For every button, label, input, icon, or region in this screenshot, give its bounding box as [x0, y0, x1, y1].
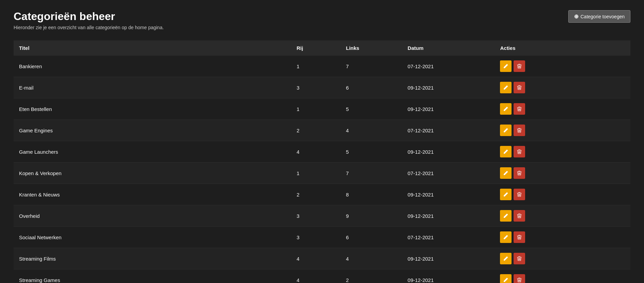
delete-button[interactable] [514, 146, 525, 157]
cell-rij: 2 [291, 184, 340, 205]
cell-datum: 07-12-2021 [402, 227, 495, 248]
header-title-block: Categorieën beheer Hieronder zie je een … [14, 10, 164, 30]
cell-acties [495, 98, 630, 120]
col-header-titel: Titel [14, 40, 291, 56]
cell-titel: Game Engines [14, 120, 291, 141]
delete-button[interactable] [514, 253, 525, 264]
col-header-links: Links [340, 40, 402, 56]
cell-links: 5 [340, 141, 402, 163]
cell-rij: 1 [291, 163, 340, 184]
cell-datum: 09-12-2021 [402, 248, 495, 269]
edit-button[interactable] [500, 146, 512, 157]
cell-acties [495, 227, 630, 248]
cell-titel: Streaming Films [14, 248, 291, 269]
edit-button[interactable] [500, 210, 512, 222]
actions-cell [500, 231, 625, 243]
cell-datum: 09-12-2021 [402, 141, 495, 163]
table-row: Sociaal Netwerken3607-12-2021 [14, 227, 630, 248]
edit-button[interactable] [500, 231, 512, 243]
cell-datum: 07-12-2021 [402, 163, 495, 184]
table-row: Kranten & Nieuws2809-12-2021 [14, 184, 630, 205]
cell-links: 7 [340, 56, 402, 77]
table-row: Bankieren1707-12-2021 [14, 56, 630, 77]
cell-datum: 09-12-2021 [402, 98, 495, 120]
delete-button[interactable] [514, 167, 525, 179]
table-row: Overheid3909-12-2021 [14, 205, 630, 227]
actions-cell [500, 167, 625, 179]
table-row: Streaming Films4409-12-2021 [14, 248, 630, 269]
cell-titel: Bankieren [14, 56, 291, 77]
cell-rij: 4 [291, 269, 340, 283]
actions-cell [500, 189, 625, 200]
edit-button[interactable] [500, 60, 512, 72]
cell-titel: Streaming Games [14, 269, 291, 283]
table-header: Titel Rij Links Datum Acties [14, 40, 630, 56]
add-category-label: Categorie toevoegen [580, 14, 625, 19]
cell-acties [495, 120, 630, 141]
cell-datum: 09-12-2021 [402, 205, 495, 227]
actions-cell [500, 103, 625, 115]
actions-cell [500, 274, 625, 283]
cell-rij: 1 [291, 98, 340, 120]
cell-datum: 09-12-2021 [402, 269, 495, 283]
cell-acties [495, 248, 630, 269]
cell-rij: 3 [291, 77, 340, 98]
cell-acties [495, 163, 630, 184]
plus-icon: ⊕ [574, 13, 578, 20]
table-row: Kopen & Verkopen1707-12-2021 [14, 163, 630, 184]
edit-button[interactable] [500, 167, 512, 179]
cell-acties [495, 205, 630, 227]
cell-titel: Game Launchers [14, 141, 291, 163]
page-subtitle: Hieronder zie je een overzicht van alle … [14, 25, 164, 30]
cell-links: 9 [340, 205, 402, 227]
cell-titel: E-mail [14, 77, 291, 98]
add-category-button[interactable]: ⊕ Categorie toevoegen [568, 10, 630, 23]
edit-button[interactable] [500, 103, 512, 115]
cell-rij: 1 [291, 56, 340, 77]
page-header: Categorieën beheer Hieronder zie je een … [14, 10, 630, 30]
cell-rij: 2 [291, 120, 340, 141]
delete-button[interactable] [514, 231, 525, 243]
table-row: Game Launchers4509-12-2021 [14, 141, 630, 163]
categories-table: Titel Rij Links Datum Acties Bankieren17… [14, 40, 630, 283]
edit-button[interactable] [500, 82, 512, 93]
cell-links: 5 [340, 98, 402, 120]
actions-cell [500, 253, 625, 264]
delete-button[interactable] [514, 210, 525, 222]
delete-button[interactable] [514, 82, 525, 93]
edit-button[interactable] [500, 274, 512, 283]
cell-links: 7 [340, 163, 402, 184]
delete-button[interactable] [514, 125, 525, 136]
cell-rij: 3 [291, 205, 340, 227]
delete-button[interactable] [514, 60, 525, 72]
table-row: Eten Bestellen1509-12-2021 [14, 98, 630, 120]
cell-links: 4 [340, 120, 402, 141]
delete-button[interactable] [514, 274, 525, 283]
page-title: Categorieën beheer [14, 10, 164, 23]
cell-rij: 4 [291, 141, 340, 163]
cell-acties [495, 269, 630, 283]
cell-datum: 09-12-2021 [402, 184, 495, 205]
delete-button[interactable] [514, 189, 525, 200]
cell-titel: Kranten & Nieuws [14, 184, 291, 205]
cell-acties [495, 184, 630, 205]
cell-titel: Sociaal Netwerken [14, 227, 291, 248]
cell-links: 4 [340, 248, 402, 269]
cell-links: 6 [340, 227, 402, 248]
delete-button[interactable] [514, 103, 525, 115]
cell-titel: Kopen & Verkopen [14, 163, 291, 184]
cell-titel: Overheid [14, 205, 291, 227]
cell-titel: Eten Bestellen [14, 98, 291, 120]
cell-acties [495, 77, 630, 98]
table-body: Bankieren1707-12-2021E-mail3609-12-2021E… [14, 56, 630, 283]
cell-datum: 09-12-2021 [402, 77, 495, 98]
edit-button[interactable] [500, 125, 512, 136]
edit-button[interactable] [500, 253, 512, 264]
cell-rij: 4 [291, 248, 340, 269]
table-row: Game Engines2407-12-2021 [14, 120, 630, 141]
edit-button[interactable] [500, 189, 512, 200]
cell-acties [495, 141, 630, 163]
actions-cell [500, 82, 625, 93]
actions-cell [500, 146, 625, 157]
col-header-acties: Acties [495, 40, 630, 56]
